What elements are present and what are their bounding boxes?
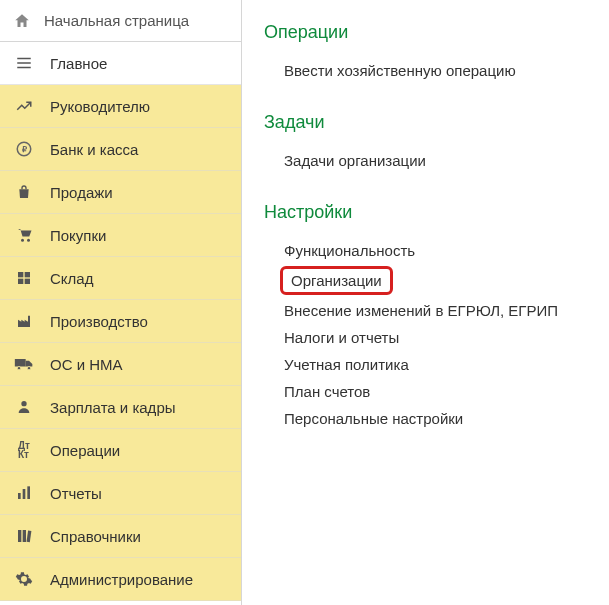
home-icon xyxy=(12,12,32,30)
sidebar-item-warehouse[interactable]: Склад xyxy=(0,257,241,300)
svg-rect-17 xyxy=(27,486,30,499)
svg-rect-1 xyxy=(17,62,31,64)
svg-rect-2 xyxy=(17,67,31,69)
link-personal-settings[interactable]: Персональные настройки xyxy=(264,405,599,432)
sidebar-item-label: Операции xyxy=(50,442,227,459)
sidebar-item-purchases[interactable]: Покупки xyxy=(0,214,241,257)
section-title-settings: Настройки xyxy=(264,202,599,223)
svg-rect-19 xyxy=(23,530,26,542)
svg-rect-10 xyxy=(25,279,30,284)
sidebar-item-label: Продажи xyxy=(50,184,227,201)
content-area: Операции Ввести хозяйственную операцию З… xyxy=(242,0,609,605)
sidebar-item-label: ОС и НМА xyxy=(50,356,227,373)
app-root: Начальная страница Главное Руководителю … xyxy=(0,0,609,605)
svg-rect-18 xyxy=(18,530,21,542)
sidebar: Начальная страница Главное Руководителю … xyxy=(0,0,242,605)
link-accounting-policy[interactable]: Учетная политика xyxy=(264,351,599,378)
bar-chart-icon xyxy=(14,483,34,503)
person-icon xyxy=(14,397,34,417)
sidebar-item-hr[interactable]: Зарплата и кадры xyxy=(0,386,241,429)
operations-icon: ДтКт xyxy=(14,440,34,460)
link-create-operation[interactable]: Ввести хозяйственную операцию xyxy=(264,57,599,84)
link-egrul-changes[interactable]: Внесение изменений в ЕГРЮЛ, ЕГРИП xyxy=(264,297,599,324)
section-title-operations: Операции xyxy=(264,22,599,43)
sidebar-item-label: Банк и касса xyxy=(50,141,227,158)
factory-icon xyxy=(14,311,34,331)
svg-point-12 xyxy=(17,367,20,370)
sidebar-home-label: Начальная страница xyxy=(44,12,189,29)
sidebar-item-label: Справочники xyxy=(50,528,227,545)
sidebar-item-main[interactable]: Главное xyxy=(0,42,241,85)
link-taxes-reports[interactable]: Налоги и отчеты xyxy=(264,324,599,351)
sidebar-item-reports[interactable]: Отчеты xyxy=(0,472,241,515)
sidebar-item-label: Производство xyxy=(50,313,227,330)
link-functionality[interactable]: Функциональность xyxy=(264,237,599,264)
svg-rect-20 xyxy=(27,531,32,543)
sidebar-item-bank[interactable]: ₽ Банк и касса xyxy=(0,128,241,171)
truck-icon xyxy=(14,354,34,374)
sidebar-item-label: Отчеты xyxy=(50,485,227,502)
link-chart-of-accounts[interactable]: План счетов xyxy=(264,378,599,405)
sidebar-item-label: Руководителю xyxy=(50,98,227,115)
sidebar-item-admin[interactable]: Администрирование xyxy=(0,558,241,601)
chart-up-icon xyxy=(14,96,34,116)
svg-text:₽: ₽ xyxy=(22,145,27,154)
sidebar-item-operations[interactable]: ДтКт Операции xyxy=(0,429,241,472)
sidebar-item-label: Зарплата и кадры xyxy=(50,399,227,416)
cart-icon xyxy=(14,225,34,245)
menu-icon xyxy=(14,53,34,73)
sidebar-home[interactable]: Начальная страница xyxy=(0,0,241,42)
svg-rect-16 xyxy=(23,489,26,499)
svg-rect-9 xyxy=(18,279,23,284)
sidebar-item-label: Главное xyxy=(50,55,227,72)
svg-point-14 xyxy=(21,401,26,406)
svg-rect-0 xyxy=(17,58,31,60)
sidebar-item-catalogs[interactable]: Справочники xyxy=(0,515,241,558)
svg-rect-8 xyxy=(25,272,30,277)
sidebar-item-label: Администрирование xyxy=(50,571,227,588)
svg-rect-11 xyxy=(15,359,26,367)
gear-icon xyxy=(14,569,34,589)
sidebar-item-production[interactable]: Производство xyxy=(0,300,241,343)
svg-point-5 xyxy=(21,239,24,242)
svg-point-6 xyxy=(27,239,30,242)
bag-icon xyxy=(14,182,34,202)
link-org-tasks[interactable]: Задачи организации xyxy=(264,147,599,174)
books-icon xyxy=(14,526,34,546)
svg-rect-15 xyxy=(18,493,21,499)
grid-icon xyxy=(14,268,34,288)
section-title-tasks: Задачи xyxy=(264,112,599,133)
ruble-icon: ₽ xyxy=(14,139,34,159)
sidebar-item-label: Склад xyxy=(50,270,227,287)
sidebar-item-manager[interactable]: Руководителю xyxy=(0,85,241,128)
link-organizations[interactable]: Организации xyxy=(280,266,393,295)
sidebar-item-assets[interactable]: ОС и НМА xyxy=(0,343,241,386)
sidebar-item-label: Покупки xyxy=(50,227,227,244)
svg-rect-7 xyxy=(18,272,23,277)
sidebar-item-sales[interactable]: Продажи xyxy=(0,171,241,214)
svg-point-13 xyxy=(27,367,30,370)
